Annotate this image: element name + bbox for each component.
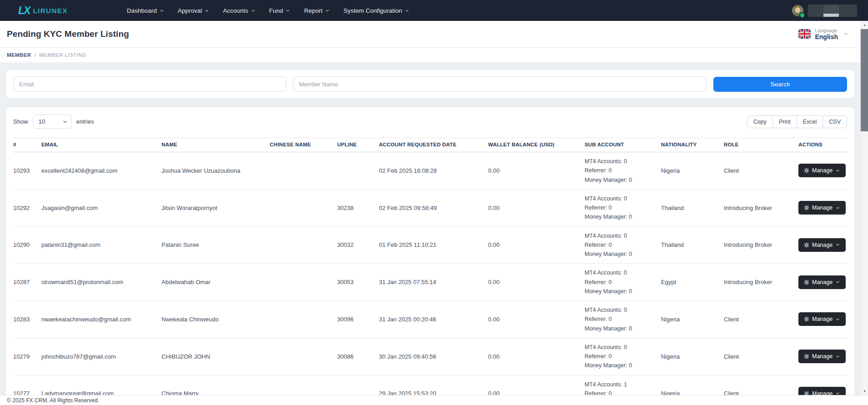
show-label: Show: [13, 118, 28, 125]
column-header[interactable]: UPLINE: [337, 138, 379, 152]
nav-item-label: Accounts: [223, 7, 248, 14]
search-button[interactable]: Search: [713, 77, 847, 92]
cell-nationality: Thailand: [661, 226, 724, 264]
nav-item-label: Approval: [178, 7, 202, 14]
breadcrumb-member-listing: MEMBER LISTING: [39, 52, 86, 58]
scroll-up-arrow[interactable]: ▲: [861, 21, 868, 29]
cell-upline: 30238: [337, 189, 379, 226]
email-filter-input[interactable]: [13, 76, 286, 92]
export-button-group: CopyPrintExcelCSV: [747, 115, 847, 128]
cell-name: Patanin Suree: [161, 226, 270, 264]
chevron-down-icon: [843, 31, 849, 37]
chevron-down-icon: [159, 8, 164, 13]
nav-item-report[interactable]: Report: [304, 7, 330, 14]
vertical-scrollbar: ▲ ▼: [860, 21, 868, 395]
cell-email: excellent242408@gmail.com: [41, 152, 161, 190]
breadcrumb: MEMBER / MEMBER LISTING: [0, 48, 868, 62]
table-row: 10293excellent242408@gmail.comJoshua Wec…: [13, 152, 848, 190]
chevron-down-icon: [404, 8, 409, 13]
language-selector[interactable]: Language English: [798, 28, 849, 41]
cell-actions: Manage: [798, 189, 848, 226]
table-row: 10290patanin31@gmail.comPatanin Suree300…: [13, 226, 848, 264]
cell-id: 10283: [13, 301, 41, 338]
cell-requested-date: 31 Jan 2025 00:20:46: [379, 301, 488, 338]
gear-icon: [804, 316, 809, 322]
column-header[interactable]: EMAIL: [41, 138, 161, 152]
cell-chinese-name: [270, 152, 337, 190]
cell-chinese-name: [270, 189, 337, 226]
cell-id: 10293: [13, 152, 41, 190]
page-title: Pending KYC Member Listing: [7, 29, 129, 39]
cell-role: Client: [724, 301, 798, 338]
print-export-button[interactable]: Print: [772, 115, 797, 128]
nav-menu: DashboardApprovalAccountsFundReportSyste…: [127, 7, 409, 14]
column-header[interactable]: SUB ACCOUNT: [585, 138, 661, 152]
breadcrumb-separator: /: [35, 52, 36, 58]
column-header[interactable]: NAME: [161, 138, 270, 152]
nav-item-accounts[interactable]: Accounts: [223, 7, 256, 14]
nav-item-fund[interactable]: Fund: [269, 7, 291, 14]
cell-role: Introducing Broker: [724, 264, 798, 301]
breadcrumb-member[interactable]: MEMBER: [7, 52, 31, 58]
scrollbar-thumb[interactable]: [861, 29, 868, 131]
brand-logo[interactable]: LX LIRUNEX: [18, 5, 68, 16]
cell-wallet-balance: 0.00: [488, 189, 585, 226]
table-row: 10279johnchibuzo787@gmail.comCHIBUZOR JO…: [13, 338, 848, 375]
column-header[interactable]: ROLE: [724, 138, 798, 152]
member-table: #EMAILNAMECHINESE NAMEUPLINEACCOUNT REQU…: [13, 138, 848, 405]
table-header-row: #EMAILNAMECHINESE NAMEUPLINEACCOUNT REQU…: [13, 138, 848, 152]
column-header[interactable]: #: [13, 138, 41, 152]
table-row: 10283nwaekealachinweudo@gmail.comNwekeal…: [13, 301, 848, 338]
cell-id: 10292: [13, 189, 41, 226]
column-header[interactable]: NATIONALITY: [661, 138, 724, 152]
copy-export-button[interactable]: Copy: [747, 115, 773, 128]
nav-item-label: System Configuration: [343, 7, 402, 14]
cell-role: Introducing Broker: [724, 226, 798, 264]
cell-upline: 30086: [337, 338, 379, 375]
entries-label: entries: [76, 118, 94, 125]
language-value: English: [815, 33, 838, 40]
page-size-control: Show 10 entries: [13, 115, 94, 129]
column-header[interactable]: CHINESE NAME: [270, 138, 337, 152]
main-content: Search Show 10 entries CopyPrintExcelCSV…: [0, 62, 868, 405]
manage-button-label: Manage: [812, 167, 833, 174]
uk-flag-icon: [798, 29, 811, 39]
scroll-down-arrow[interactable]: ▼: [861, 387, 868, 395]
cell-requested-date: 31 Jan 2025 07:55:14: [379, 264, 488, 301]
cell-sub-account: MT4 Accounts: 0Referrer: 0Money Manager:…: [585, 264, 661, 301]
page-size-select[interactable]: 10: [33, 115, 72, 129]
column-header[interactable]: ACCOUNT REQUESTED DATE: [379, 138, 488, 152]
column-header[interactable]: WALLET BALANCE (USD): [488, 138, 585, 152]
top-navbar: LX LIRUNEX DashboardApprovalAccountsFund…: [0, 0, 868, 21]
manage-button-label: Manage: [812, 279, 833, 285]
manage-button[interactable]: Manage: [798, 312, 846, 326]
column-header[interactable]: ACTIONS: [798, 138, 848, 152]
nav-item-label: Dashboard: [127, 7, 157, 14]
manage-button[interactable]: Manage: [798, 201, 846, 215]
cell-actions: Manage: [798, 152, 848, 190]
manage-button[interactable]: Manage: [798, 238, 846, 252]
cell-chinese-name: [270, 338, 337, 375]
table-row: 10292Jsagasin@gmail.comJitsin Woraratpor…: [13, 189, 848, 226]
cell-name: Nwekeala Chinweudo: [161, 301, 270, 338]
page-header: Pending KYC Member Listing Language Engl…: [0, 21, 868, 48]
table-controls: Show 10 entries CopyPrintExcelCSV: [13, 115, 847, 129]
cell-sub-account: MT4 Accounts: 0Referrer: 0Money Manager:…: [585, 152, 661, 190]
nav-item-system-configuration[interactable]: System Configuration: [343, 7, 409, 14]
cell-actions: Manage: [798, 264, 848, 301]
cell-chinese-name: [270, 301, 337, 338]
cell-email: Jsagasin@gmail.com: [41, 189, 161, 226]
nav-item-dashboard[interactable]: Dashboard: [127, 7, 164, 14]
redacted-block: [823, 14, 839, 17]
nav-item-approval[interactable]: Approval: [178, 7, 209, 14]
manage-button-label: Manage: [812, 242, 833, 248]
manage-button[interactable]: Manage: [798, 164, 846, 177]
cell-sub-account: MT4 Accounts: 0Referrer: 0Money Manager:…: [585, 189, 661, 226]
excel-export-button[interactable]: Excel: [797, 115, 823, 128]
cell-upline: 30053: [337, 264, 379, 301]
member-name-filter-input[interactable]: [293, 76, 707, 92]
csv-export-button[interactable]: CSV: [823, 115, 847, 128]
cell-sub-account: MT4 Accounts: 0Referrer: 0Money Manager:…: [585, 338, 661, 375]
manage-button[interactable]: Manage: [798, 350, 846, 363]
manage-button[interactable]: Manage: [798, 275, 846, 289]
